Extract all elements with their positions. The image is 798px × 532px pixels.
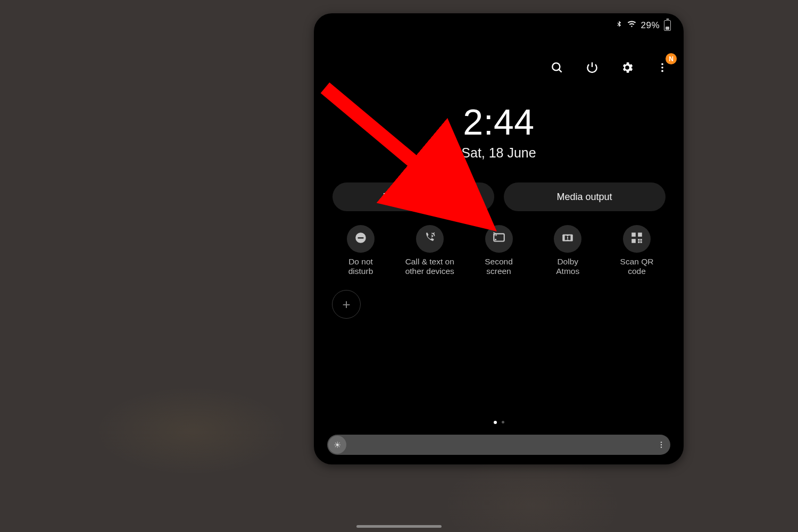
more-button[interactable]: N xyxy=(650,55,675,80)
tile-label: Scan QRcode xyxy=(620,257,654,277)
svg-rect-11 xyxy=(631,239,636,243)
svg-rect-10 xyxy=(638,232,642,237)
tile-label: Do notdisturb xyxy=(348,257,373,277)
notification-badge: N xyxy=(666,53,677,64)
wifi-icon xyxy=(627,20,636,31)
svg-point-0 xyxy=(552,63,560,70)
svg-point-3 xyxy=(661,70,663,72)
tile-second-screen[interactable]: Secondscreen xyxy=(470,225,528,277)
qr-code-icon xyxy=(630,231,644,247)
battery-percent: 29% xyxy=(641,20,660,31)
quick-settings-panel: 29% N 2:44 Sat, 18 June Device control M… xyxy=(314,13,684,464)
settings-button[interactable] xyxy=(614,55,640,80)
svg-point-2 xyxy=(661,66,663,69)
svg-point-7 xyxy=(494,239,496,240)
clock-block: 2:44 Sat, 18 June xyxy=(314,104,684,161)
svg-rect-15 xyxy=(641,242,642,243)
media-output-button[interactable]: Media output xyxy=(504,182,666,211)
header-actions: N xyxy=(544,55,675,80)
power-button[interactable] xyxy=(579,55,605,80)
cast-screen-icon xyxy=(492,231,506,247)
pager-dot xyxy=(502,421,504,423)
add-tile-button[interactable]: + xyxy=(332,290,361,319)
tile-do-not-disturb[interactable]: Do notdisturb xyxy=(332,225,389,277)
svg-rect-5 xyxy=(358,237,364,239)
phone-sync-icon xyxy=(423,231,437,247)
status-bar: 29% xyxy=(615,20,671,31)
brightness-thumb[interactable]: ☀ xyxy=(328,436,346,454)
battery-icon xyxy=(664,20,671,31)
dolby-icon xyxy=(561,231,575,247)
tile-label: Call & text onother devices xyxy=(405,257,454,277)
tile-label: DolbyAtmos xyxy=(556,257,579,277)
svg-rect-9 xyxy=(631,232,636,237)
tile-scan-qr[interactable]: Scan QRcode xyxy=(608,225,666,277)
minus-circle-icon xyxy=(354,231,368,247)
tile-label: Secondscreen xyxy=(485,257,513,277)
svg-rect-13 xyxy=(641,239,642,240)
tile-call-text-other-devices[interactable]: Call & text onother devices xyxy=(401,225,459,277)
brightness-more-button[interactable] xyxy=(652,440,670,449)
home-indicator[interactable] xyxy=(356,525,442,528)
svg-point-16 xyxy=(661,442,662,443)
brightness-slider[interactable]: ☀ xyxy=(327,435,670,455)
svg-point-17 xyxy=(661,444,662,445)
svg-point-1 xyxy=(661,63,663,65)
clock-time: 2:44 xyxy=(314,104,684,140)
clock-date: Sat, 18 June xyxy=(314,145,684,161)
plus-icon: + xyxy=(342,296,350,313)
sun-icon: ☀ xyxy=(334,440,341,450)
pager-dot-active xyxy=(494,421,497,424)
svg-rect-12 xyxy=(638,239,639,240)
bluetooth-icon xyxy=(615,20,623,31)
svg-point-18 xyxy=(661,446,662,447)
device-control-button[interactable]: Device control xyxy=(332,182,494,211)
page-indicator xyxy=(314,421,684,424)
svg-rect-8 xyxy=(563,235,573,242)
svg-rect-14 xyxy=(638,242,639,243)
tile-dolby-atmos[interactable]: DolbyAtmos xyxy=(539,225,596,277)
search-button[interactable] xyxy=(544,55,570,80)
quick-tiles-row: Do notdisturb Call & text onother device… xyxy=(314,225,684,277)
